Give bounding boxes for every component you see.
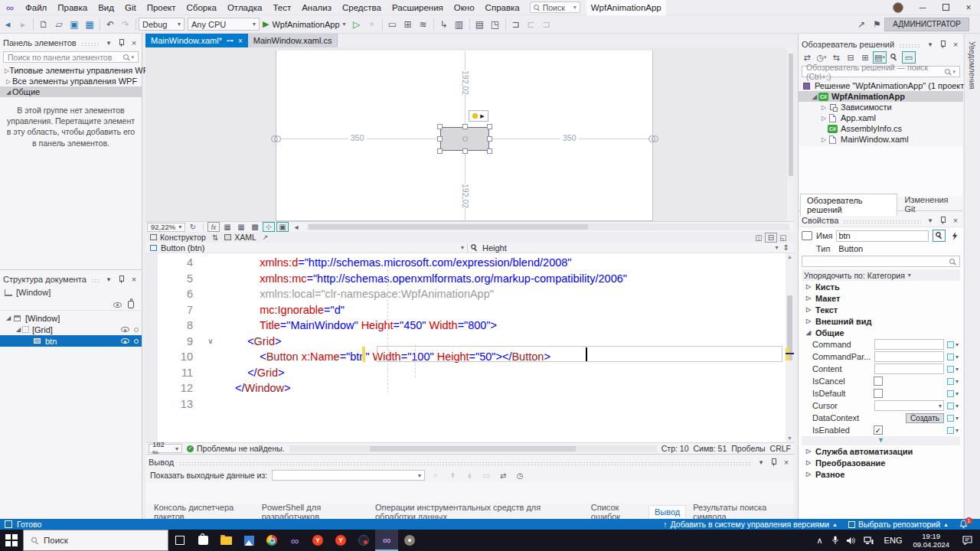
visibility-icon[interactable] [121, 327, 129, 332]
swap-panes-icon[interactable]: ⇅ [212, 233, 218, 242]
find-message-icon[interactable]: ⌕ [430, 471, 442, 481]
designer-horizontal-scrollbar[interactable] [307, 223, 789, 230]
xaml-code-editor[interactable]: 4 xmlns:d="http://schemas.microsoft.com/… [145, 253, 786, 442]
close-icon[interactable]: × [782, 458, 791, 467]
property-marker-icon[interactable] [947, 341, 954, 348]
navigate-back-icon[interactable]: ◂ [0, 17, 15, 32]
close-icon[interactable]: × [238, 37, 243, 45]
bookmark-icon[interactable]: ⊐ [508, 17, 524, 32]
redo-icon[interactable]: ↷ [118, 17, 133, 32]
network-tray-icon[interactable] [860, 530, 878, 551]
property-marker-icon[interactable] [947, 415, 954, 422]
solution-item-2[interactable]: ▷Зависимости [799, 102, 963, 112]
taskbar-app-photos[interactable] [237, 530, 260, 551]
popout-xaml-icon[interactable]: ↗ [263, 233, 269, 241]
se-tab-1[interactable]: Изменения Git [899, 194, 962, 215]
solution-item-4[interactable]: C#AssemblyInfo.cs [799, 123, 963, 134]
designer-vertical-scrollbar[interactable] [787, 47, 794, 221]
property-group-0[interactable]: ▷Кисть [802, 281, 960, 292]
output-source-dropdown[interactable]: ▾ [272, 470, 425, 481]
designed-button[interactable] [440, 127, 489, 151]
task-view-button[interactable] [168, 530, 191, 551]
save-all-icon[interactable]: ▦ [82, 17, 97, 32]
close-button[interactable]: × [957, 0, 980, 15]
code-line-6[interactable]: 6 xmlns:local="clr-namespace:WpfAnimatio… [145, 286, 786, 302]
solution-platform-dropdown[interactable]: Any CPU▾ [188, 18, 260, 31]
xaml-designer-surface[interactable]: 350 350 192,02 192,02 ▶ [145, 47, 794, 221]
chevron-down-icon[interactable]: ▾ [926, 217, 935, 224]
document-tab[interactable]: MainWindow.xaml.cs [248, 34, 338, 47]
next-bookmark-icon[interactable]: ⊐ [539, 17, 554, 32]
chevron-down-icon[interactable]: ▾ [956, 378, 959, 385]
menu-3[interactable]: Git [119, 0, 142, 15]
pin-icon[interactable] [118, 39, 125, 47]
menu-11[interactable]: Окно [449, 0, 480, 15]
fold-collapse-icon[interactable]: ∨ [201, 334, 220, 350]
swap-panes-icon[interactable]: ⇕ [783, 243, 789, 252]
property-group-bottom-0[interactable]: ▷Служба автоматизации [802, 445, 960, 457]
attach-to-process-icon[interactable]: ⚬ [364, 17, 380, 32]
menu-7[interactable]: Тест [267, 0, 296, 15]
chevron-down-icon[interactable]: ▾ [956, 366, 959, 373]
goto-next-message-icon[interactable]: ↡ [463, 471, 475, 481]
language-indicator[interactable]: ENG [878, 536, 909, 545]
minimize-button[interactable]: ─ [911, 0, 934, 15]
solution-item-1[interactable]: ◢C#WpfAnimationApp [799, 91, 963, 102]
property-group-bottom-2[interactable]: ▷Разное [802, 468, 960, 480]
outline-node-Window[interactable]: ◢[Window] [0, 312, 142, 324]
navigate-forward-icon[interactable]: ▸ [15, 17, 31, 32]
find-in-files-icon[interactable]: ▤ [472, 17, 488, 32]
property-group-1[interactable]: ▷Макет [802, 292, 960, 304]
code-line-5[interactable]: 5 xmlns:mc="http://schemas.openxmlformat… [145, 271, 786, 287]
property-group-3[interactable]: ▷Внешний вид [802, 315, 960, 327]
scroll-down-icon[interactable]: ▼ [786, 435, 794, 442]
resize-handle[interactable] [487, 148, 492, 154]
solution-item-0[interactable]: Решение "WpfAnimationApp" (1 проекта из … [799, 80, 963, 91]
editor-horizontal-scrollbar[interactable] [289, 445, 657, 452]
toolbox-group-0[interactable]: ▷Типовые элементы управления WPF [0, 65, 142, 76]
outline-scope-row[interactable]: [Window] [0, 285, 142, 299]
editor-vertical-scrollbar[interactable]: ▲ ▼ [786, 253, 794, 442]
lock-all-icon[interactable] [128, 301, 134, 308]
property-marker-icon[interactable] [947, 354, 954, 360]
tray-expand-icon[interactable]: ∧ [812, 536, 828, 546]
lock-toggle-icon[interactable] [134, 339, 139, 344]
outline-node-Grid[interactable]: ◢[Grid] [0, 324, 142, 335]
health-indicator[interactable]: ✓ Проблемы не найдены. [187, 444, 285, 453]
solution-item-3[interactable]: ▷App.xaml [799, 112, 963, 123]
menu-10[interactable]: Расширения [387, 0, 449, 15]
undo-icon[interactable]: ↶ [103, 17, 118, 32]
chevron-down-icon[interactable]: ▾ [926, 41, 935, 48]
menu-8[interactable]: Анализ [296, 0, 337, 15]
anchor-left-icon[interactable] [271, 135, 280, 142]
properties-view-icon[interactable] [933, 230, 946, 242]
taskbar-app-chrome[interactable] [260, 530, 283, 551]
effects-toggle-icon[interactable]: fx [207, 222, 220, 232]
restore-button[interactable] [934, 0, 957, 15]
resize-handle[interactable] [487, 124, 492, 129]
microphone-tray-icon[interactable] [828, 530, 843, 551]
property-marker-icon[interactable] [947, 427, 954, 434]
refresh-icon[interactable]: ↻ [187, 222, 199, 232]
toolbox-group-1[interactable]: ▷Все элементы управления WPF [0, 76, 142, 86]
pin-icon[interactable] [770, 458, 777, 466]
status-spaces[interactable]: Пробелы [731, 444, 765, 453]
chevron-down-icon[interactable]: ▾ [956, 390, 959, 397]
taskbar-app-screen-recorder[interactable] [352, 530, 375, 551]
new-file-icon[interactable]: 🗋 [36, 17, 51, 32]
property-input-Command[interactable] [874, 339, 944, 350]
snap-grid-icon[interactable]: ▦ [235, 222, 247, 232]
taskbar-app-visual-studio[interactable]: ∞ [283, 530, 306, 551]
show-grid-icon[interactable]: ▦ [221, 222, 234, 232]
save-icon[interactable]: ▣ [67, 17, 82, 32]
scroll-up-icon[interactable]: ▲ [786, 253, 794, 261]
property-group-2[interactable]: ▷Текст [802, 304, 960, 315]
step-icons[interactable]: ↳ [436, 17, 452, 32]
preview-window-icon[interactable]: ⊞ [400, 17, 416, 32]
document-tab[interactable]: MainWindow.xaml*⊶× [145, 34, 248, 47]
chevron-down-icon[interactable]: ▾ [104, 276, 113, 283]
taskbar-app-gimp[interactable] [398, 530, 421, 551]
property-marker-icon[interactable] [947, 378, 954, 385]
anchor-right-icon[interactable] [648, 135, 658, 142]
property-group-bottom-1[interactable]: ▷Преобразование [802, 457, 960, 468]
